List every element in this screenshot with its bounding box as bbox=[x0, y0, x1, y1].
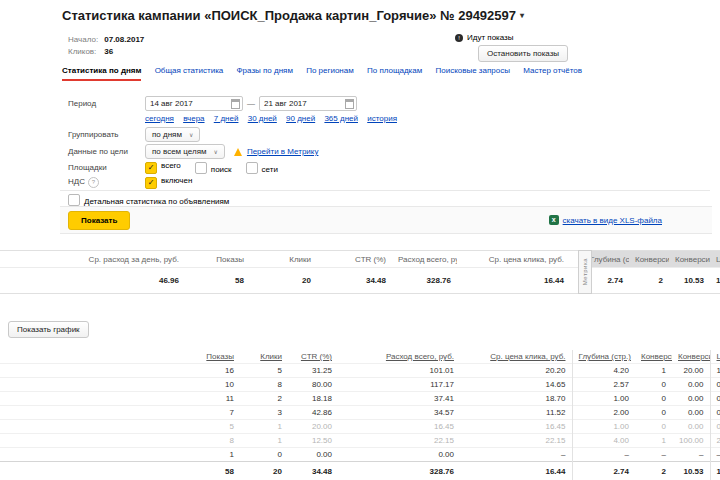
quick-range-365days[interactable]: 365 дней bbox=[324, 114, 358, 123]
page-title: Статистика кампании «ПОИСК_Продажа карти… bbox=[62, 8, 524, 23]
table-cell: 8 bbox=[240, 378, 288, 392]
vat-row: НДС? ✓включен bbox=[68, 176, 192, 189]
summary-avg-daily-spend: 46.96 bbox=[0, 268, 185, 294]
group-select[interactable]: по дням ∨ bbox=[145, 127, 200, 142]
table-cell: 18.70 bbox=[460, 392, 572, 406]
table-cell: 0 bbox=[635, 406, 672, 420]
table-cell: 0.00 bbox=[672, 392, 710, 406]
show-chart-button[interactable]: Показать график bbox=[8, 321, 89, 338]
table-cell: 10 bbox=[195, 378, 240, 392]
date-from-input[interactable] bbox=[145, 96, 243, 111]
quick-ranges: сегодня вчера 7 дней 30 дней 90 дней 365… bbox=[145, 114, 404, 123]
table-cell: 37.41 bbox=[338, 392, 460, 406]
tab-overall-stats[interactable]: Общая статистика bbox=[155, 66, 224, 75]
group-select-value: по дням bbox=[152, 130, 182, 139]
period-row: Период — bbox=[68, 96, 357, 111]
table-cell: 1.00 bbox=[572, 420, 635, 434]
daily-col-avg-cpc[interactable]: Ср. цена клика, руб. bbox=[460, 350, 572, 364]
group-row: Группировать по дням ∨ bbox=[68, 127, 200, 142]
tab-report-wizard[interactable]: Мастер отчётов bbox=[523, 66, 582, 75]
info-icon: ? bbox=[88, 177, 99, 188]
summary-col-total-spend: Расход всего, руб. bbox=[392, 251, 457, 268]
checkbox-platform-networks[interactable] bbox=[246, 162, 258, 174]
detail-stats-row: Детальная статистика по объявлениям bbox=[68, 194, 229, 206]
table-cell: 101.01 bbox=[710, 364, 720, 378]
table-row: 5120.0016.4516.451.0000.000.00 bbox=[0, 420, 720, 434]
date-to-input[interactable] bbox=[259, 96, 357, 111]
table-cell: 20.20 bbox=[460, 364, 572, 378]
xls-download-link[interactable]: скачать в виде XLS-файла bbox=[563, 216, 662, 225]
daily-col-clicks[interactable]: Клики bbox=[240, 350, 288, 364]
daily-col-ctr[interactable]: CTR (%) bbox=[288, 350, 338, 364]
total-date bbox=[0, 462, 195, 480]
daily-table-body: 16531.25101.0120.204.20120.00101.0110880… bbox=[0, 364, 720, 462]
detail-stats-label: Детальная статистика по объявлениям bbox=[84, 197, 229, 206]
quick-range-today[interactable]: сегодня bbox=[145, 114, 174, 123]
table-cell: 22.15 bbox=[460, 434, 572, 448]
table-cell: 18.18 bbox=[288, 392, 338, 406]
daily-stats-table: Показы Клики CTR (%) Расход всего, руб. … bbox=[0, 350, 720, 480]
table-cell bbox=[0, 434, 195, 448]
table-cell: 100.00 bbox=[672, 434, 710, 448]
date-to-wrap bbox=[259, 96, 357, 111]
table-cell: 0.00 bbox=[672, 378, 710, 392]
filter-actions: Показать x скачать в виде XLS-файла bbox=[60, 206, 712, 234]
calendar-icon[interactable] bbox=[345, 99, 354, 109]
tab-by-region[interactable]: По регионам bbox=[306, 66, 354, 75]
checkbox-platform-search[interactable] bbox=[195, 162, 207, 174]
table-cell: 4.00 bbox=[572, 434, 635, 448]
daily-col-impressions[interactable]: Показы bbox=[195, 350, 240, 364]
quick-range-history[interactable]: история bbox=[367, 114, 397, 123]
table-cell: – bbox=[635, 448, 672, 462]
table-cell: 0.00 bbox=[288, 448, 338, 462]
quick-range-30days[interactable]: 30 дней bbox=[248, 114, 277, 123]
daily-col-depth[interactable]: Глубина (стр.) bbox=[572, 350, 635, 364]
goal-select[interactable]: по всем целям ∨ bbox=[145, 144, 225, 159]
table-cell: 1 bbox=[240, 434, 288, 448]
title-dropdown-icon[interactable]: ▾ bbox=[520, 11, 524, 20]
metrika-goals-divider[interactable]: Метрика bbox=[578, 250, 592, 294]
table-cell: 20.00 bbox=[288, 420, 338, 434]
tab-phrases-by-day[interactable]: Фразы по дням bbox=[237, 66, 293, 75]
table-cell: 1 bbox=[195, 448, 240, 462]
table-cell: 2 bbox=[240, 392, 288, 406]
table-cell: 0 bbox=[635, 420, 672, 434]
checkbox-vat[interactable]: ✓ bbox=[145, 177, 157, 189]
table-cell bbox=[0, 364, 195, 378]
table-cell: 31.25 bbox=[288, 364, 338, 378]
quick-range-90days[interactable]: 90 дней bbox=[286, 114, 315, 123]
quick-range-yesterday[interactable]: вчера bbox=[183, 114, 204, 123]
table-cell: 2.00 bbox=[572, 406, 635, 420]
daily-col-conversion-rate[interactable]: Конверсия (%) bbox=[672, 350, 710, 364]
tab-stats-by-day[interactable]: Статистика по дням bbox=[62, 66, 141, 81]
table-cell: 14.65 bbox=[460, 378, 572, 392]
calendar-icon[interactable] bbox=[231, 99, 240, 109]
table-cell bbox=[0, 392, 195, 406]
table-cell: 2.57 bbox=[572, 378, 635, 392]
summary-col-avg-daily-spend: Ср. расход за день, руб. bbox=[0, 251, 185, 268]
checkbox-detail-stats[interactable] bbox=[68, 194, 80, 206]
start-date: 07.08.2017 bbox=[104, 35, 144, 44]
stop-impressions-button[interactable]: Остановить показы bbox=[478, 45, 568, 62]
tab-search-queries[interactable]: Поисковые запросы bbox=[435, 66, 509, 75]
daily-header-row: Показы Клики CTR (%) Расход всего, руб. … bbox=[0, 350, 720, 364]
show-button[interactable]: Показать bbox=[68, 211, 130, 230]
table-cell: 101.01 bbox=[338, 364, 460, 378]
total-impressions: 58 bbox=[195, 462, 240, 480]
daily-col-conversions[interactable]: Конверсии bbox=[635, 350, 672, 364]
summary-impressions: 58 bbox=[185, 268, 250, 294]
total-depth: 2.74 bbox=[572, 462, 635, 480]
daily-col-goal-cost[interactable]: Цена цели, руб. bbox=[710, 350, 720, 364]
checkbox-platform-total[interactable]: ✓ bbox=[145, 162, 157, 174]
quick-range-7days[interactable]: 7 дней bbox=[214, 114, 239, 123]
daily-col-total-spend[interactable]: Расход всего, руб. bbox=[338, 350, 460, 364]
start-label: Начало: bbox=[68, 34, 102, 46]
vat-label: НДС? bbox=[68, 177, 145, 188]
metrika-link[interactable]: Перейти в Метрику bbox=[247, 147, 319, 156]
tab-by-placement[interactable]: По площадкам bbox=[367, 66, 422, 75]
campaign-meta: Начало: 07.08.2017 Кликов: 36 bbox=[68, 34, 144, 58]
total-clicks: 20 bbox=[240, 462, 288, 480]
summary-avg-cpc: 16.44 bbox=[457, 268, 570, 294]
table-row: 8112.5022.1522.154.001100.0022.15 bbox=[0, 434, 720, 448]
vat-option-label: включен bbox=[161, 176, 192, 185]
